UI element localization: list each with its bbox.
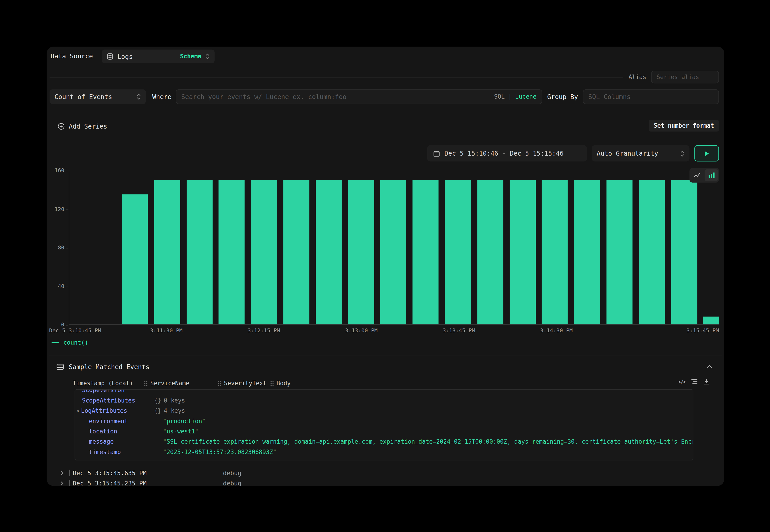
json-tree-row[interactable]: timestamp"2025-12-05T13:57:23.082306893Z…: [75, 447, 693, 457]
legend-label: count(): [63, 339, 88, 346]
query-row: Count of Events Where SQL | Lucene Group…: [50, 89, 719, 104]
bar-chart-toggle[interactable]: [705, 169, 718, 181]
y-tick-mark: [66, 325, 68, 325]
set-number-format-button[interactable]: Set number format: [649, 120, 719, 132]
chart-bar: [671, 180, 697, 324]
add-series-button[interactable]: Add Series: [57, 121, 107, 131]
json-key: location: [75, 428, 117, 435]
json-tree-row[interactable]: ScopeVersion: [75, 389, 693, 395]
json-value: "2025-12-05T13:57:23.082306893Z": [163, 447, 276, 457]
severity-indicator: [69, 470, 70, 476]
chart-plot: [69, 171, 719, 325]
view-source-icon[interactable]: </>: [678, 379, 686, 384]
json-tree-row[interactable]: ▾LogAttributes{}4 keys: [75, 406, 693, 416]
drag-handle-icon[interactable]: [270, 380, 274, 386]
column-header[interactable]: Timestamp (Local): [73, 380, 133, 387]
divider: [50, 77, 623, 77]
drag-handle-icon[interactable]: [144, 380, 148, 386]
chart-bar: [606, 180, 633, 324]
event-severity: debug: [223, 468, 241, 478]
event-row[interactable]: Dec 5 3:15:45.635 PMdebug: [50, 468, 724, 478]
aggregation-value: Count of Events: [55, 93, 112, 100]
expanded-event-json: ScopeVersionScopeAttributes{}0 keys▾LogA…: [75, 389, 693, 460]
json-key: message: [75, 438, 114, 445]
json-keys-count: {}0 keys: [154, 396, 185, 406]
time-range-value: Dec 5 15:10:46 - Dec 5 15:15:46: [444, 150, 563, 157]
json-tree-row[interactable]: ScopeAttributes{}0 keys: [75, 396, 693, 406]
x-tick-label: 3:11:30 PM: [150, 327, 182, 334]
chart-type-toggle: [690, 168, 719, 183]
column-header[interactable]: ServiceName: [144, 380, 189, 387]
group-by-input[interactable]: [583, 89, 719, 104]
lucene-mode-button[interactable]: Lucene: [515, 93, 537, 100]
x-axis-labels: Dec 5 3:10:45 PM3:11:30 PM3:12:15 PM3:13…: [69, 327, 719, 334]
json-tree-row[interactable]: location"us-west1": [75, 427, 693, 437]
json-value: "SSL certificate expiration warning, dom…: [163, 437, 693, 447]
chart-bar: [477, 180, 504, 324]
y-tick-label: 160: [55, 167, 64, 174]
column-header[interactable]: Body: [270, 380, 291, 387]
event-rows: Dec 5 3:15:45.635 PMdebugDec 5 3:15:45.2…: [50, 468, 724, 486]
chart-legend[interactable]: count(): [52, 339, 88, 346]
braces-icon: {}: [154, 397, 161, 404]
json-tree-row[interactable]: environment"production": [75, 416, 693, 426]
run-query-button[interactable]: [694, 145, 719, 162]
legend-swatch: [52, 342, 59, 343]
granularity-value: Auto Granularity: [597, 150, 658, 157]
aggregation-select[interactable]: Count of Events: [50, 89, 146, 104]
chart-bar: [348, 180, 374, 324]
chart-bar: [574, 180, 600, 324]
sql-mode-button[interactable]: SQL: [494, 93, 505, 100]
events-title: Sample Matched Events: [69, 363, 149, 370]
y-tick-label: 120: [55, 206, 64, 212]
column-header[interactable]: SeverityText: [217, 380, 266, 387]
y-tick-mark: [66, 171, 68, 171]
granularity-select[interactable]: Auto Granularity: [592, 145, 690, 162]
search-input[interactable]: [176, 89, 542, 104]
alias-input[interactable]: [651, 71, 719, 83]
collapse-section-button[interactable]: [707, 365, 713, 368]
json-tree-row[interactable]: message"SSL certificate expiration warni…: [75, 437, 693, 447]
json-key: environment: [75, 418, 128, 425]
event-row[interactable]: Dec 5 3:15:45.235 PMdebug: [50, 478, 724, 486]
json-value: "production": [163, 416, 205, 426]
line-chart-toggle[interactable]: [690, 169, 704, 181]
play-icon: [704, 150, 710, 156]
events-header: Sample Matched Events: [56, 362, 713, 371]
wrap-lines-icon[interactable]: [691, 379, 698, 384]
data-source-label: Data Source: [51, 50, 93, 63]
database-icon: [107, 53, 113, 60]
events-actions: </>: [678, 378, 710, 385]
chart-bar: [251, 180, 277, 324]
event-severity: debug: [223, 478, 241, 486]
json-key: timestamp: [75, 449, 121, 455]
plus-circle-icon: [57, 122, 65, 130]
add-series-label: Add Series: [69, 122, 107, 130]
download-icon[interactable]: [703, 378, 710, 385]
expand-chevron-icon[interactable]: [60, 468, 64, 478]
collapse-caret-icon[interactable]: ▾: [77, 408, 80, 414]
x-tick-label: 3:14:30 PM: [540, 327, 573, 334]
braces-icon: {}: [154, 407, 161, 414]
chart-bar: [445, 180, 471, 324]
column-label: SeverityText: [224, 380, 266, 387]
chart-bar: [122, 194, 148, 324]
drag-handle-icon[interactable]: [217, 380, 221, 386]
app-background: Data Source Logs Schema Alias Count of E…: [0, 0, 770, 532]
expand-chevron-icon[interactable]: [60, 478, 64, 486]
chart-bar: [703, 317, 719, 324]
toggle-divider: |: [508, 93, 512, 100]
y-tick-label: 40: [58, 283, 64, 289]
x-tick-label: 3:15:45 PM: [686, 327, 719, 334]
search-field: SQL | Lucene: [176, 89, 542, 104]
y-tick-mark: [66, 286, 68, 287]
y-axis-labels: 04080120160: [47, 171, 69, 325]
chart-bar: [154, 180, 180, 324]
data-source-select[interactable]: Logs Schema: [102, 50, 214, 63]
chart-bar: [283, 180, 309, 324]
schema-link[interactable]: Schema: [180, 53, 201, 60]
time-range-picker[interactable]: Dec 5 15:10:46 - Dec 5 15:15:46: [427, 145, 587, 162]
json-key: ScopeAttributes: [75, 397, 135, 404]
column-label: ServiceName: [150, 380, 189, 387]
y-tick-label: 0: [61, 321, 64, 328]
